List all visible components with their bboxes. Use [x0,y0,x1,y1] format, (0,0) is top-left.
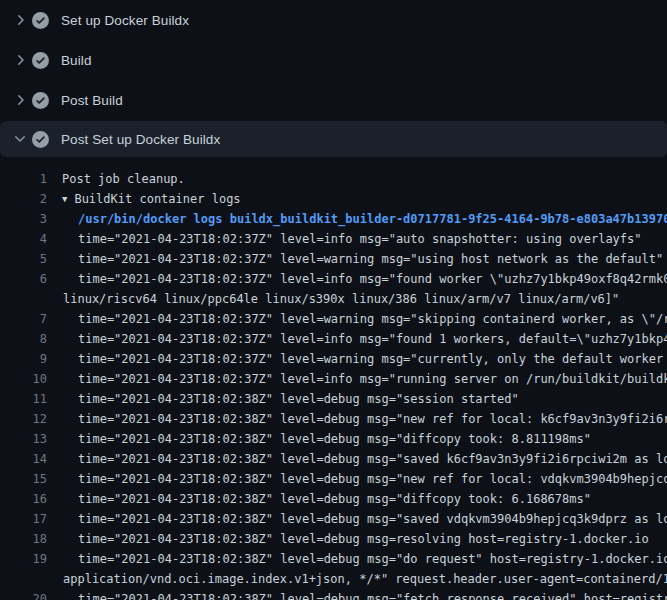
log-line-number[interactable]: 12 [0,409,47,429]
log-text: time="2021-04-23T18:02:38Z" level=debug … [78,449,667,469]
log-text: time="2021-04-23T18:02:38Z" level=debug … [78,489,591,509]
log-line: 14time="2021-04-23T18:02:38Z" level=debu… [0,449,667,469]
chevron-right-icon [12,52,28,68]
log-text: Post job cleanup. [62,169,185,189]
log-line: 13time="2021-04-23T18:02:38Z" level=debu… [0,429,667,449]
log-line: 10time="2021-04-23T18:02:37Z" level=info… [0,369,667,389]
log-text: time="2021-04-23T18:02:38Z" level=debug … [78,469,667,489]
step-post-build[interactable]: Post Build [0,80,667,120]
log-text: time="2021-04-23T18:02:37Z" level=info m… [78,329,667,349]
log-line: 4time="2021-04-23T18:02:37Z" level=info … [0,229,667,249]
log-lines: 1Post job cleanup.2▼BuildKit container l… [0,169,667,600]
log-line: 1Post job cleanup. [0,169,667,189]
log-text: time="2021-04-23T18:02:38Z" level=debug … [78,429,591,449]
log-line-number[interactable]: 13 [0,429,47,449]
log-line: 19time="2021-04-23T18:02:38Z" level=debu… [0,549,667,569]
log-line-continuation: application/vnd.oci.image.index.v1+json,… [0,569,667,589]
log-line-number[interactable]: 17 [0,509,47,529]
log-text: time="2021-04-23T18:02:38Z" level=debug … [78,589,667,600]
log-line-number[interactable]: 6 [0,269,47,289]
log-line: 5time="2021-04-23T18:02:37Z" level=warni… [0,249,667,269]
chevron-down-icon [12,131,28,147]
collapse-triangle-icon: ▼ [62,189,67,209]
log-line: 17time="2021-04-23T18:02:38Z" level=debu… [0,509,667,529]
log-line-number[interactable]: 9 [0,349,47,369]
step-label: Post Build [61,93,123,108]
log-text: time="2021-04-23T18:02:38Z" level=debug … [78,529,649,549]
log-line: 2▼BuildKit container logs [0,189,667,209]
log-text: time="2021-04-23T18:02:38Z" level=debug … [78,389,519,409]
chevron-right-icon [12,12,28,28]
log-line-number [0,289,47,309]
log-line-number[interactable]: 4 [0,229,47,249]
log-line-number[interactable]: 18 [0,529,47,549]
check-circle-icon [32,131,49,148]
log-command-text: /usr/bin/docker logs buildx_buildkit_bui… [78,209,667,229]
log-line-number[interactable]: 5 [0,249,47,269]
log-line: 18time="2021-04-23T18:02:38Z" level=debu… [0,529,667,549]
log-line-number[interactable]: 19 [0,549,47,569]
log-line-number[interactable]: 10 [0,369,47,389]
log-text: time="2021-04-23T18:02:38Z" level=debug … [78,549,667,569]
log-line: 11time="2021-04-23T18:02:38Z" level=debu… [0,389,667,409]
log-line-number[interactable]: 20 [0,589,47,600]
log-line-number[interactable]: 14 [0,449,47,469]
log-text: time="2021-04-23T18:02:38Z" level=debug … [78,409,667,429]
log-line-number[interactable]: 2 [0,189,47,209]
log-line: 8time="2021-04-23T18:02:37Z" level=info … [0,329,667,349]
log-line-number[interactable]: 1 [0,169,47,189]
log-line: 7time="2021-04-23T18:02:37Z" level=warni… [0,309,667,329]
step-build[interactable]: Build [0,40,667,80]
log-text: time="2021-04-23T18:02:37Z" level=warnin… [78,349,667,369]
step-set-up-docker-buildx[interactable]: Set up Docker Buildx [0,0,667,40]
check-circle-icon [32,12,49,29]
log-line-number [0,569,47,589]
log-line-number[interactable]: 11 [0,389,47,409]
log-line-number[interactable]: 8 [0,329,47,349]
check-circle-icon [32,92,49,109]
log-line-number[interactable]: 3 [0,209,47,229]
step-label: Set up Docker Buildx [61,13,189,28]
check-circle-icon [32,52,49,69]
chevron-right-icon [12,92,28,108]
log-text: time="2021-04-23T18:02:37Z" level=info m… [78,369,667,389]
log-line: 20time="2021-04-23T18:02:38Z" level=debu… [0,589,667,600]
log-group-label: BuildKit container logs [74,192,240,206]
log-line-continuation: linux/riscv64 linux/ppc64le linux/s390x … [0,289,667,309]
log-line: 9time="2021-04-23T18:02:37Z" level=warni… [0,349,667,369]
steps-list: Set up Docker Buildx Build Post Build Po… [0,0,667,157]
log-line: 16time="2021-04-23T18:02:38Z" level=debu… [0,489,667,509]
log-text: linux/riscv64 linux/ppc64le linux/s390x … [63,289,619,309]
log-line: 3/usr/bin/docker logs buildx_buildkit_bu… [0,209,667,229]
log-text: application/vnd.oci.image.index.v1+json,… [63,569,667,589]
log-text: time="2021-04-23T18:02:37Z" level=warnin… [78,249,663,269]
log-line: 12time="2021-04-23T18:02:38Z" level=debu… [0,409,667,429]
step-label: Build [61,53,92,68]
step-label: Post Set up Docker Buildx [61,132,220,147]
log-text: time="2021-04-23T18:02:37Z" level=info m… [78,229,642,249]
log-text: time="2021-04-23T18:02:38Z" level=debug … [78,509,667,529]
log-text: time="2021-04-23T18:02:37Z" level=warnin… [78,309,667,329]
log-line-number[interactable]: 7 [0,309,47,329]
log-line-number[interactable]: 16 [0,489,47,509]
log-line-number[interactable]: 15 [0,469,47,489]
step-post-set-up-docker-buildx[interactable]: Post Set up Docker Buildx [0,121,667,157]
log-group-header[interactable]: ▼BuildKit container logs [62,189,241,209]
log-line: 6time="2021-04-23T18:02:37Z" level=info … [0,269,667,289]
log-text: time="2021-04-23T18:02:37Z" level=info m… [78,269,667,289]
log-line: 15time="2021-04-23T18:02:38Z" level=debu… [0,469,667,489]
